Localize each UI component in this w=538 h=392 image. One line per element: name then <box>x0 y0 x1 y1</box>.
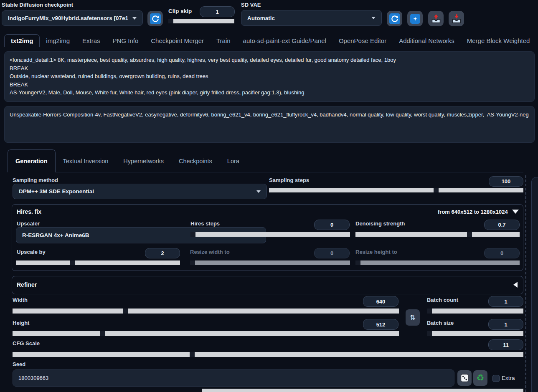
tab-checkpoint-merger[interactable]: Checkpoint Merger <box>145 34 210 47</box>
sampling-method-value: DPM++ 3M SDE Exponential <box>19 188 252 195</box>
swap-arrows-icon: ⇅ <box>410 314 415 321</box>
slider-handle[interactable] <box>190 232 195 237</box>
refresh-checkpoints-button[interactable] <box>147 11 163 26</box>
checkpoint-dropdown[interactable]: indigoFurryMix_v90Hybrid.safetensors [07… <box>2 10 143 26</box>
sampling-method-dropdown[interactable]: DPM++ 3M SDE Exponential <box>13 184 267 199</box>
reload-model-button[interactable] <box>449 11 464 26</box>
denoising-strength-input[interactable] <box>484 220 520 230</box>
refresh-vae-button[interactable] <box>387 11 402 26</box>
tab-openpose-editor[interactable]: OpenPose Editor <box>332 34 393 47</box>
tab-additional-networks[interactable]: Additional Networks <box>393 34 461 47</box>
tab-checkpoints[interactable]: Checkpoints <box>171 149 220 172</box>
negative-prompt-text: Unspeakable-Horrors-Composition-4v, Fast… <box>5 106 534 142</box>
main-tab-bar: txt2img img2img Extras PNG Info Checkpoi… <box>0 34 538 47</box>
refresh-icon <box>389 13 400 24</box>
chevron-down-icon <box>371 17 376 19</box>
clip-skip-input[interactable] <box>200 6 235 17</box>
width-input[interactable] <box>363 296 398 307</box>
slider-handle[interactable] <box>70 260 75 265</box>
batch-count-slider[interactable] <box>427 309 523 314</box>
extra-seed-checkbox[interactable] <box>492 375 500 382</box>
slider-handle[interactable] <box>467 232 472 237</box>
width-slider[interactable] <box>13 309 399 314</box>
slider-handle[interactable] <box>434 188 439 192</box>
sampling-method-label: Sampling method <box>13 177 58 183</box>
sd-vae-dropdown[interactable]: Automatic <box>241 10 382 26</box>
sampling-steps-slider[interactable] <box>269 188 523 192</box>
collapse-arrow-icon[interactable] <box>513 282 518 288</box>
clip-skip-slider[interactable] <box>168 19 234 23</box>
tab-img2img[interactable]: img2img <box>40 34 76 47</box>
upscale-by-label: Upscale by <box>17 249 46 255</box>
resize-height-label: Resize height to <box>355 249 397 255</box>
expand-arrow-icon[interactable] <box>512 210 519 214</box>
tab-txt2img[interactable]: txt2img <box>4 34 40 47</box>
seed-input[interactable] <box>13 369 454 387</box>
slider-handle <box>355 260 360 265</box>
tab-hypernetworks[interactable]: Hypernetworks <box>116 149 171 172</box>
tab-png-info[interactable]: PNG Info <box>107 34 145 47</box>
batch-count-input[interactable] <box>488 296 523 307</box>
tab-merge-block-weighted[interactable]: Merge Block Weighted <box>461 34 536 47</box>
random-seed-button[interactable] <box>457 370 472 386</box>
upscale-by-slider[interactable] <box>16 260 180 265</box>
swap-dimensions-button[interactable]: ⇅ <box>406 309 420 326</box>
select-vae-button[interactable] <box>407 11 423 26</box>
cfg-scale-slider[interactable] <box>13 352 523 357</box>
clip-skip-label: Clip skip <box>168 8 192 14</box>
tab-lora[interactable]: Lora <box>220 149 247 172</box>
height-label: Height <box>13 320 29 326</box>
height-input[interactable] <box>363 319 398 330</box>
height-slider[interactable] <box>13 331 399 336</box>
slider-handle[interactable] <box>190 352 195 357</box>
slider-handle[interactable] <box>427 309 432 314</box>
sampling-steps-input[interactable] <box>489 176 523 187</box>
tab-textual-inversion[interactable]: Textual Inversion <box>56 149 116 172</box>
hires-steps-label: Hires steps <box>190 220 220 227</box>
hires-steps-slider[interactable] <box>190 232 350 237</box>
batch-size-label: Batch size <box>427 320 454 326</box>
upscale-by-input[interactable] <box>145 248 180 258</box>
tab-extras[interactable]: Extras <box>76 34 107 47</box>
prompt-text: <lora:add_detail:1> 8K, masterpiece, bes… <box>5 52 534 101</box>
negative-prompt-textarea[interactable]: Unspeakable-Horrors-Composition-4v, Fast… <box>4 106 535 143</box>
slider-handle[interactable] <box>427 331 432 336</box>
sd-webui-window: Stable Diffusion checkpoint indigoFurryM… <box>0 0 538 392</box>
tab-auto-sd-paint-ext[interactable]: auto-sd-paint-ext Guide/Panel <box>237 34 332 47</box>
inbox-tray-icon <box>452 14 462 24</box>
width-label: Width <box>13 297 28 303</box>
batch-size-input[interactable] <box>488 319 523 330</box>
refiner-panel-header[interactable] <box>12 276 523 294</box>
extra-seed-label: Extra <box>502 375 515 381</box>
partial-slider[interactable] <box>202 389 523 392</box>
slider-handle[interactable] <box>123 309 128 314</box>
star-icon <box>410 14 420 24</box>
reuse-seed-button[interactable]: ♻ <box>473 370 487 386</box>
tab-generation[interactable]: Generation <box>8 149 56 172</box>
hires-fix-title: Hires. fix <box>17 208 41 215</box>
sampling-steps-label: Sampling steps <box>269 177 309 183</box>
cfg-scale-label: CFG Scale <box>13 340 40 346</box>
sd-vae-label: SD VAE <box>241 2 261 8</box>
slider-handle[interactable] <box>100 331 105 336</box>
batch-size-slider[interactable] <box>427 331 523 336</box>
prompt-textarea[interactable]: <lora:add_detail:1> 8K, masterpiece, bes… <box>4 51 535 102</box>
gen-tab-bar: Generation Textual Inversion Hypernetwor… <box>8 149 523 172</box>
hires-steps-input[interactable] <box>314 220 350 230</box>
unload-model-button[interactable] <box>428 11 444 26</box>
chevron-down-icon <box>256 190 261 193</box>
seed-label: Seed <box>13 361 25 367</box>
sd-vae-value: Automatic <box>247 15 367 21</box>
tab-train[interactable]: Train <box>210 34 237 47</box>
slider-handle <box>190 260 195 265</box>
resize-height-input <box>484 248 520 258</box>
chevron-down-icon <box>132 17 137 20</box>
cfg-scale-input[interactable] <box>488 339 523 350</box>
resize-height-slider <box>355 260 520 265</box>
denoising-strength-slider[interactable] <box>355 232 520 237</box>
refiner-title: Refiner <box>17 281 37 288</box>
refresh-icon <box>150 13 161 24</box>
pane-resize-handle[interactable] <box>525 175 526 392</box>
slider-handle[interactable] <box>168 19 173 23</box>
dice-icon <box>460 374 469 382</box>
